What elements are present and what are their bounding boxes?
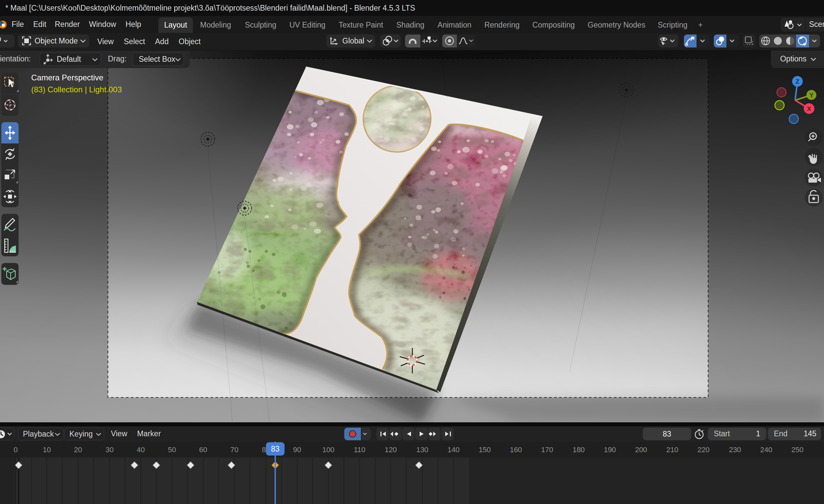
svg-text:Y: Y — [809, 92, 814, 99]
svg-text:Z: Z — [796, 78, 800, 85]
svg-text:X: X — [807, 105, 811, 112]
